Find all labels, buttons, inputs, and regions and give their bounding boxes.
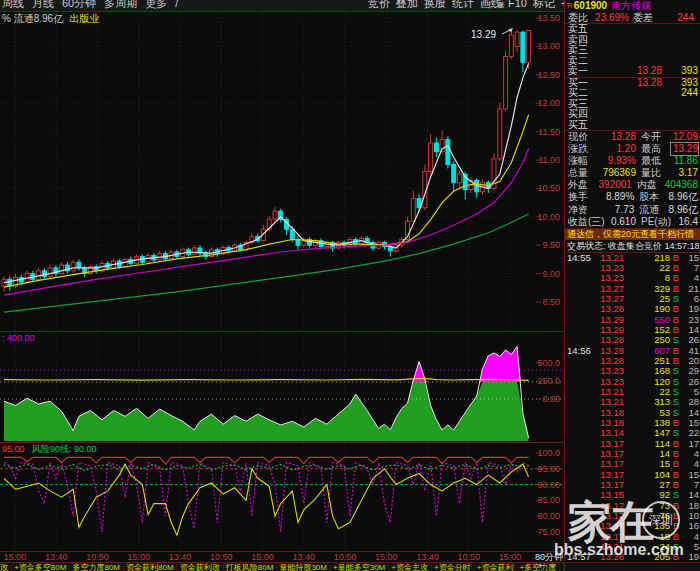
buy-row[interactable]: 买二244 [565,88,700,99]
quote-label: 涨跌 [568,143,601,155]
svg-text:12.00: 12.00 [537,98,560,108]
tab-separator: | [558,563,560,571]
quote-label: 内盘 [637,179,665,191]
indicator-tab[interactable]: +资金分时 [434,562,471,571]
x-axis-label: 13:40 [292,552,315,562]
trade-volume: 205 [624,552,670,562]
kline-chart[interactable]: 13.2913.5013.0012.5012.0011.5011.0010.50… [0,0,564,571]
quote-row: 收益(三)0.610PE(动)16.4 [565,216,700,228]
industry-link[interactable]: 出版业 [69,13,99,24]
quote-value: 13.29 [671,143,698,155]
x-axis-label: 13:40 [45,552,68,562]
trade-count: 19 [682,552,699,562]
x-axis-label: 13:40 [416,552,439,562]
trade-time [567,325,594,335]
trade-row: 13.1715B4 [565,459,700,469]
trade-row: 13.1776B10 [565,511,700,521]
x-axis-label: 13:40 [169,552,192,562]
tab-separator: | [10,563,12,571]
ad-banner[interactable]: 通达信，仅需20元查看千档行情 [565,229,700,240]
trade-row: 14:5713.28205B19 [565,552,700,562]
trade-row: 13.17114B17 [565,439,700,449]
stock-app-window: 周线月线60分钟多周期更多/ 竞价叠加换股统计画线F10标记+自选退出 ◇▣ %… [0,0,700,571]
x-axis-label: 15:00 [375,552,398,562]
ob-price [594,109,662,120]
indicator-tab-bar: 改|+资金多空80M|多空力度80M|资金获利80M|资金获利改|打板风险80M… [0,562,700,571]
quote-row: 现价13.28今开12.09 [565,131,700,143]
indicator-tab[interactable]: 改 [0,562,8,571]
tab-separator: | [176,563,178,571]
quote-value: 3.17 [671,167,698,179]
trade-time: 14:56 [567,346,594,356]
sell-row[interactable]: 卖五 [565,24,700,35]
trade-time [567,439,594,449]
indicator-tab[interactable]: +资金获利 [477,562,514,571]
ob-volume [662,24,698,35]
trade-row: 13.1853S14 [565,408,700,418]
trade-time [567,397,594,407]
trade-row: 13.28190B19 [565,304,700,314]
svg-text:13.00: 13.00 [537,41,560,51]
trade-time [567,418,594,428]
trade-time [567,490,594,500]
trade-time [567,501,594,511]
trade-row: 13.18138B15 [565,418,700,428]
zoom-out-button[interactable]: - [552,561,555,571]
quote-label: 今开 [641,131,671,143]
svg-text:13.29: 13.29 [471,29,496,40]
quote-label: 现价 [568,131,601,143]
trade-row: 13.21313S28 [565,397,700,407]
trade-time [567,284,594,294]
ob-label: 卖一 [568,66,594,77]
ob-price [594,120,662,131]
svg-text:75.00: 75.00 [537,527,560,537]
ob-volume: 393 [662,66,698,77]
zoom-in-button[interactable]: + [538,561,543,571]
sell-row[interactable]: 卖三 [565,45,700,56]
quote-label: 最低 [641,155,671,167]
indicator-tab[interactable]: 资金获利80M [126,562,174,571]
quote-value: 392001 [599,179,632,191]
indicator-tab[interactable]: +资金主攻 [391,562,428,571]
x-axis-label: 15:00 [4,552,27,562]
ob-price [594,24,662,35]
trade-time [567,470,594,480]
trade-row: 13.17104B15 [565,470,700,480]
svg-text:95.00: 95.00 [537,464,560,474]
indicator-tab[interactable]: 量能持股30M [279,562,327,571]
tab-separator: | [516,563,518,571]
trade-time [567,449,594,459]
sell-row[interactable]: 卖一13.28393 [565,66,700,77]
zoom-controls: +|- [538,561,555,571]
indicator-tab[interactable]: 资金获利改 [180,562,220,571]
tab-separator: | [222,563,224,571]
x-axis-label: 10:50 [210,552,233,562]
ob-price [594,45,662,56]
buy-row[interactable]: 买五 [565,120,700,131]
svg-text:500.0: 500.0 [537,358,560,368]
margin-flag: R [567,1,573,10]
ob-volume [662,109,698,120]
quote-label: 流通 [639,204,668,216]
trade-row: 13.29152B14 [565,325,700,335]
quote-grid: 现价13.28今开12.09涨跌1.20最高13.29涨幅9.93%最低11.8… [565,131,700,228]
tick-trade-list: 14:5513.21218B1513.2322B713.238B413.2732… [565,253,700,562]
svg-text:8.50: 8.50 [542,297,560,307]
trade-time [567,532,594,542]
buy-row[interactable]: 买四 [565,109,700,120]
indicator-tab[interactable]: +资金多空80M [14,562,66,571]
weibi-label: 委比 [568,12,588,23]
trade-time [567,294,594,304]
indicator-tab[interactable]: 多空力度80M [72,562,120,571]
indicator-tab[interactable]: 〉 [562,562,570,571]
trade-time [567,408,594,418]
trade-row: 13.1718B4 [565,532,700,542]
trade-time [567,304,594,314]
svg-text:80.00: 80.00 [537,511,560,521]
stock-name: 南方传媒 [611,0,651,11]
svg-text:10.00: 10.00 [537,212,560,222]
indicator-tab[interactable]: 打板风险80M [226,562,274,571]
quote-value: 404368 [665,179,698,191]
indicator-tab[interactable]: +量能多空30M [333,562,385,571]
weicha-value: 244 [653,12,694,23]
